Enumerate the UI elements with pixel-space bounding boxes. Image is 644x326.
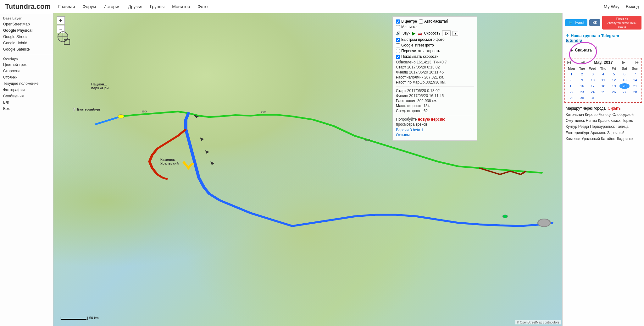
show-speeds-checkbox[interactable] xyxy=(396,55,400,59)
right-panel: 🐦 Tweet ВК Ekau.ru Автопутешественники У… xyxy=(562,13,644,326)
ekau-button[interactable]: Ekau.ru Автопутешественники Урала xyxy=(602,16,641,30)
tweet-button[interactable]: 🐦 Tweet xyxy=(565,19,587,26)
autoscale-checkbox[interactable] xyxy=(419,19,423,24)
cal-day-1[interactable]: 1 xyxy=(566,71,577,77)
overlay-divider xyxy=(396,86,474,87)
cal-next-button[interactable]: ▶ xyxy=(621,60,626,65)
cal-day-26[interactable]: 26 xyxy=(609,89,619,95)
cal-day-30[interactable]: 30 xyxy=(577,95,587,101)
vk-button[interactable]: ВК xyxy=(589,19,600,26)
cal-day-28[interactable]: 28 xyxy=(630,89,640,95)
cal-last-button[interactable]: ⏭ xyxy=(635,60,640,65)
telegram-name[interactable]: tutundra xyxy=(566,38,582,43)
cal-day-27[interactable]: 27 xyxy=(619,89,630,95)
map-attribution: © OpenStreetMap contributors xyxy=(515,320,561,324)
play-button[interactable]: ▶ xyxy=(412,31,416,36)
google-street-checkbox[interactable] xyxy=(396,43,400,47)
cal-day-9[interactable]: 9 xyxy=(577,77,587,83)
new-version-link[interactable]: новую версию xyxy=(418,117,445,122)
cal-first-button[interactable]: ⏮ xyxy=(566,60,572,65)
nav-history[interactable]: История xyxy=(103,4,120,9)
cal-day-21[interactable]: 21 xyxy=(630,83,640,89)
nav-friends[interactable]: Друзья xyxy=(128,4,142,9)
cal-day-15[interactable]: 15 xyxy=(566,83,577,89)
quick-photo-checkbox-label[interactable]: Быстрый просмотр фото xyxy=(396,37,445,42)
nav-photo[interactable]: Фото xyxy=(197,4,208,9)
cal-day-7[interactable]: 7 xyxy=(630,71,640,77)
nav-monitor[interactable]: Монитор xyxy=(172,4,190,9)
recalc-checkbox-label[interactable]: Пересчитать скорость xyxy=(396,49,440,53)
svg-text:90: 90 xyxy=(365,138,370,141)
sidebar-item-google-physical[interactable]: Google Physical xyxy=(0,28,53,33)
show-speeds-checkbox-label[interactable]: Показывать скорости xyxy=(396,54,439,59)
cal-prev-button[interactable]: ◀ xyxy=(580,60,585,65)
quick-photo-checkbox[interactable] xyxy=(396,38,400,42)
cal-day-22[interactable]: 22 xyxy=(566,89,577,95)
sidebar-item-parking[interactable]: Стоянки xyxy=(0,74,53,80)
cal-day-12[interactable]: 12 xyxy=(609,77,619,83)
google-street-checkbox-label[interactable]: Google street фото xyxy=(396,43,434,47)
cal-day-2[interactable]: 2 xyxy=(577,71,587,77)
version-link[interactable]: Версия 3 beta 1 xyxy=(396,128,423,132)
center-checkbox[interactable] xyxy=(396,19,400,24)
feedback-link[interactable]: Отзывы xyxy=(396,133,410,137)
car-checkbox[interactable] xyxy=(396,25,400,29)
speed-dropdown-icon[interactable]: ▼ xyxy=(452,31,458,36)
cal-day-29[interactable]: 29 xyxy=(566,95,577,101)
sidebar-item-photos[interactable]: Фотографии xyxy=(0,87,53,93)
download-button[interactable]: ⬇ Скачать xyxy=(566,46,597,54)
sidebar-item-bzh[interactable]: БЖ xyxy=(0,100,53,105)
cal-day-13[interactable]: 13 xyxy=(619,77,630,83)
sidebar-item-google-satellite[interactable]: Google Satellite xyxy=(0,46,53,52)
cal-day-5[interactable]: 5 xyxy=(609,71,619,77)
cal-day-6[interactable]: 6 xyxy=(619,71,630,77)
cal-day-11[interactable]: 11 xyxy=(598,77,608,83)
cal-day-31[interactable]: 31 xyxy=(587,95,598,101)
region-label-national-park: Национ...парк «При... xyxy=(91,82,112,90)
sidebar-item-box[interactable]: Box xyxy=(0,106,53,111)
nav-forum[interactable]: Форум xyxy=(82,4,96,9)
sidebar-item-google-streets[interactable]: Google Streets xyxy=(0,34,53,40)
cal-day-19[interactable]: 19 xyxy=(609,83,619,89)
svg-point-6 xyxy=(502,215,508,218)
cal-day-20-today[interactable]: 20 xyxy=(619,83,630,89)
car-icon: 🚗 xyxy=(418,31,422,35)
route-hide-link[interactable]: Скрыть xyxy=(608,106,621,111)
sidebar-item-speeds[interactable]: Скорости xyxy=(0,68,53,74)
nav-myway[interactable]: My Way xyxy=(604,4,619,9)
cal-day-empty-1 xyxy=(598,95,608,101)
nav-groups[interactable]: Группы xyxy=(150,4,165,9)
cal-day-4[interactable]: 4 xyxy=(598,71,608,77)
cal-day-25[interactable]: 25 xyxy=(598,89,608,95)
map-tool-icon[interactable] xyxy=(57,30,72,46)
cal-day-16[interactable]: 16 xyxy=(577,83,587,89)
twitter-icon: 🐦 xyxy=(568,20,573,25)
center-checkbox-label[interactable]: В центре xyxy=(396,19,417,24)
cal-day-10[interactable]: 10 xyxy=(587,77,598,83)
cal-day-18[interactable]: 18 xyxy=(598,83,608,89)
sidebar-item-colored-track[interactable]: Цветной трек xyxy=(0,62,53,68)
dist-route-info: Расст. по маршр.302.936 км. xyxy=(396,80,474,84)
sidebar-item-position[interactable]: Текущее положение xyxy=(0,81,53,86)
sidebar-item-google-hybrid[interactable]: Google Hybrid xyxy=(0,40,53,46)
scale-icon: | xyxy=(60,316,61,320)
cal-header-wed: Wed xyxy=(587,66,598,71)
map-container[interactable]: 60 80 90 + − 🍴 Екатеринбург xyxy=(53,13,562,326)
cal-day-8[interactable]: 8 xyxy=(566,77,577,83)
autoscale-checkbox-label[interactable]: Автомасштаб xyxy=(419,19,448,24)
scale-bar: | | 50 km xyxy=(60,316,99,320)
recalc-checkbox[interactable] xyxy=(396,49,400,53)
zoom-in-button[interactable]: + xyxy=(57,16,65,24)
ekau-subtitle: Автопутешественники Урала xyxy=(607,21,636,28)
cal-day-24[interactable]: 24 xyxy=(587,89,598,95)
cal-day-23[interactable]: 23 xyxy=(577,89,587,95)
sidebar-item-messages[interactable]: Сообщения xyxy=(0,93,53,99)
cal-day-3[interactable]: 3 xyxy=(587,71,598,77)
cal-day-14[interactable]: 14 xyxy=(630,77,640,83)
car-checkbox-label[interactable]: Машинка xyxy=(396,25,418,29)
telegram-section: ✈ Наша группа в Telegram tutundra xyxy=(563,31,644,45)
nav-logout[interactable]: Выход xyxy=(626,4,639,9)
sidebar-item-openstreetmap[interactable]: OpenStreetMap xyxy=(0,21,53,27)
cal-day-17[interactable]: 17 xyxy=(587,83,598,89)
nav-home[interactable]: Главная xyxy=(58,4,75,9)
